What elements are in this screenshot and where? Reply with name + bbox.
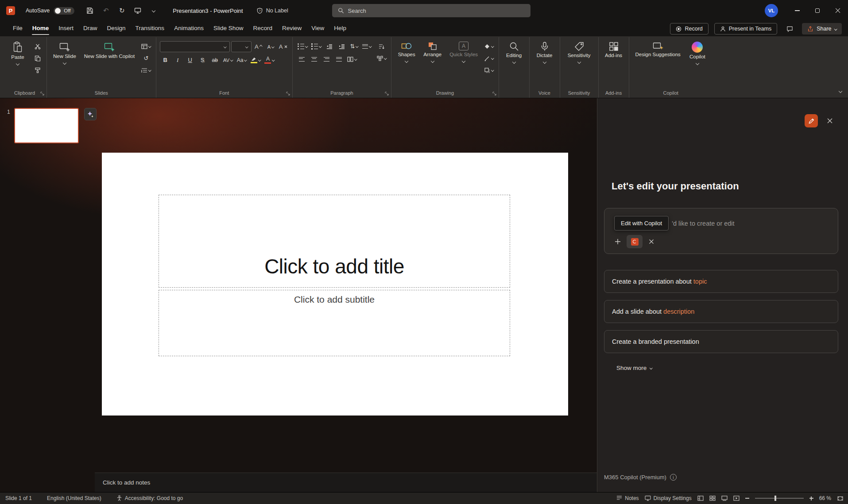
slide-canvas[interactable]: Click to add title Click to add subtitle bbox=[95, 98, 597, 473]
change-case-button[interactable]: Aa bbox=[236, 55, 248, 65]
font-name-select[interactable] bbox=[160, 41, 230, 52]
reading-view-button[interactable] bbox=[721, 496, 728, 501]
info-icon[interactable] bbox=[670, 474, 677, 481]
decrease-indent-button[interactable] bbox=[324, 41, 335, 51]
new-slide-button[interactable]: New Slide bbox=[50, 38, 79, 65]
columns-button[interactable] bbox=[346, 54, 358, 64]
align-right-button[interactable] bbox=[321, 54, 332, 64]
language-indicator[interactable]: English (United States) bbox=[47, 495, 101, 501]
increase-indent-button[interactable] bbox=[336, 41, 347, 51]
tab-review[interactable]: Review bbox=[277, 22, 306, 35]
tab-view[interactable]: View bbox=[306, 22, 329, 35]
copilot-close-button[interactable] bbox=[825, 116, 835, 126]
zoom-in-button[interactable] bbox=[809, 496, 813, 500]
attached-presentation-chip[interactable] bbox=[627, 235, 643, 248]
designer-button[interactable] bbox=[84, 108, 97, 120]
slide[interactable]: Click to add title Click to add subtitle bbox=[102, 153, 568, 416]
show-more-button[interactable]: Show more bbox=[616, 365, 652, 371]
tab-home[interactable]: Home bbox=[27, 22, 54, 35]
grow-font-button[interactable]: A bbox=[253, 42, 264, 52]
format-painter-button[interactable] bbox=[32, 65, 43, 75]
cut-button[interactable] bbox=[32, 41, 43, 51]
tab-record[interactable]: Record bbox=[248, 22, 277, 35]
zoom-percentage[interactable]: 66 % bbox=[819, 495, 831, 501]
record-button[interactable]: Record bbox=[670, 23, 708, 35]
autosave-toggle[interactable]: Off bbox=[54, 7, 74, 15]
design-suggestions-button[interactable]: Design Suggestions bbox=[633, 38, 683, 59]
search-input[interactable]: Search bbox=[332, 4, 530, 17]
copilot-prompt-input[interactable]: Edit with Copilot 'd like to create or e… bbox=[604, 208, 838, 254]
sensitivity-badge[interactable]: ? No Label bbox=[256, 8, 288, 14]
powerpoint-logo-icon[interactable] bbox=[6, 6, 15, 15]
shape-outline-button[interactable] bbox=[483, 53, 495, 63]
editing-button[interactable]: Editing bbox=[503, 38, 526, 64]
title-placeholder[interactable]: Click to add title bbox=[159, 195, 510, 288]
shape-fill-button[interactable] bbox=[483, 41, 495, 51]
justify-button[interactable] bbox=[333, 54, 345, 64]
remove-attachment-button[interactable] bbox=[647, 237, 656, 246]
tab-file[interactable]: File bbox=[8, 22, 27, 35]
strikethrough-button[interactable]: ab bbox=[209, 55, 221, 65]
collapse-ribbon-button[interactable] bbox=[839, 86, 842, 94]
clear-formatting-button[interactable]: A bbox=[278, 42, 289, 52]
paste-button[interactable]: Paste bbox=[6, 38, 29, 66]
slide-indicator[interactable]: Slide 1 of 1 bbox=[5, 495, 32, 501]
text-direction-button[interactable] bbox=[361, 41, 373, 51]
shape-effects-button[interactable] bbox=[483, 65, 495, 75]
present-in-teams-button[interactable]: Present in Teams bbox=[714, 23, 777, 35]
maximize-button[interactable] bbox=[807, 0, 828, 21]
arrange-button[interactable]: Arrange bbox=[421, 38, 444, 63]
add-content-button[interactable] bbox=[613, 237, 622, 246]
close-window-button[interactable] bbox=[828, 0, 848, 21]
zoom-slider[interactable] bbox=[755, 498, 804, 499]
copilot-edit-button[interactable] bbox=[805, 114, 818, 127]
slide-sorter-view-button[interactable] bbox=[709, 496, 716, 501]
sensitivity-button[interactable]: Sensitivity bbox=[564, 38, 595, 64]
tab-insert[interactable]: Insert bbox=[54, 22, 78, 35]
normal-view-button[interactable] bbox=[697, 496, 704, 501]
dictate-button[interactable]: Dictate bbox=[533, 38, 556, 64]
align-left-button[interactable] bbox=[296, 54, 307, 64]
tab-slide-show[interactable]: Slide Show bbox=[209, 22, 248, 35]
accessibility-status[interactable]: Accessibility: Good to go bbox=[116, 495, 183, 501]
share-button[interactable]: Share bbox=[802, 23, 842, 35]
new-slide-with-copilot-button[interactable]: New Slide with Copilot bbox=[81, 38, 137, 61]
slide-thumbnail[interactable] bbox=[14, 108, 79, 143]
redo-button[interactable]: ↻ bbox=[115, 4, 128, 17]
line-spacing-button[interactable]: ⇅ bbox=[348, 41, 360, 51]
present-from-beginning-button[interactable] bbox=[131, 4, 144, 17]
convert-to-smartart-button[interactable] bbox=[376, 53, 388, 63]
numbering-button[interactable] bbox=[310, 41, 322, 51]
font-color-button[interactable]: A bbox=[263, 55, 276, 65]
text-shadow-button[interactable]: S bbox=[197, 55, 208, 65]
underline-button[interactable]: U bbox=[185, 55, 196, 65]
tab-help[interactable]: Help bbox=[329, 22, 351, 35]
subtitle-placeholder[interactable]: Click to add subtitle bbox=[159, 290, 510, 356]
copilot-button[interactable]: Copilot bbox=[686, 38, 709, 65]
minimize-button[interactable] bbox=[787, 0, 807, 21]
clipboard-dialog-launcher[interactable] bbox=[40, 92, 44, 96]
copy-button[interactable] bbox=[32, 53, 43, 63]
shapes-button[interactable]: Shapes bbox=[395, 38, 418, 63]
tab-draw[interactable]: Draw bbox=[78, 22, 102, 35]
bold-button[interactable]: B bbox=[160, 55, 171, 65]
notes-area[interactable]: Click to add notes bbox=[95, 473, 597, 492]
display-settings-button[interactable]: Display Settings bbox=[645, 495, 692, 501]
suggestion-create-presentation[interactable]: Create a presentation about topic bbox=[604, 270, 838, 293]
bullets-button[interactable] bbox=[296, 41, 309, 51]
shrink-font-button[interactable]: A bbox=[265, 42, 276, 52]
paragraph-dialog-launcher[interactable] bbox=[385, 92, 389, 96]
tab-transitions[interactable]: Transitions bbox=[131, 22, 170, 35]
text-highlight-button[interactable] bbox=[249, 55, 262, 65]
suggestion-add-slide[interactable]: Add a slide about description bbox=[604, 300, 838, 323]
italic-button[interactable]: I bbox=[172, 55, 183, 65]
comments-button[interactable] bbox=[783, 23, 796, 35]
zoom-slider-thumb[interactable] bbox=[774, 496, 776, 501]
suggestion-branded-presentation[interactable]: Create a branded presentation bbox=[604, 330, 838, 353]
section-button[interactable] bbox=[140, 65, 152, 75]
slideshow-view-button[interactable] bbox=[733, 496, 740, 501]
addins-button[interactable]: Add-ins bbox=[602, 38, 625, 60]
slide-layout-button[interactable] bbox=[140, 41, 152, 51]
font-size-select[interactable] bbox=[231, 41, 252, 52]
customize-quick-access-button[interactable] bbox=[147, 4, 160, 17]
